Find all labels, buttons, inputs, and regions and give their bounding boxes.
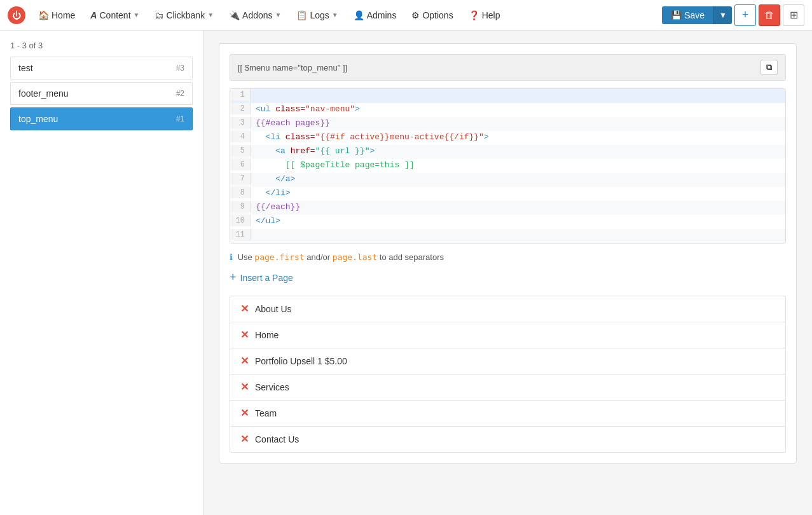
page-list-item: ✕ Team: [230, 400, 786, 426]
code-line: 11: [230, 229, 785, 243]
save-label: Save: [684, 10, 705, 20]
page-list: ✕ About Us ✕ Home ✕ Portfolio Upsell 1 $…: [230, 296, 786, 453]
nav-options[interactable]: ⚙ Options: [405, 6, 459, 24]
nav-logs[interactable]: 📋 Logs ▼: [290, 6, 344, 24]
info-suffix: to add separators: [380, 252, 444, 262]
nav-content-label: Content: [99, 10, 130, 20]
code-line: 1: [230, 89, 785, 103]
add-button[interactable]: +: [734, 4, 756, 26]
plus-icon: +: [230, 271, 237, 284]
logs-caret-icon: ▼: [332, 11, 338, 18]
nav-home-label: Home: [52, 10, 75, 20]
content-caret-icon: ▼: [134, 11, 140, 18]
info-code2: page.last: [333, 252, 377, 262]
line-number: 11: [230, 229, 251, 240]
info-prefix: Use: [238, 252, 255, 262]
line-content: </ul>: [251, 215, 785, 227]
admins-icon: 👤: [354, 10, 364, 20]
code-editor[interactable]: 1 2 <ul class="nav-menu"> 3 {{#each page…: [230, 88, 786, 244]
page-remove-button[interactable]: ✕: [240, 434, 249, 444]
delete-button[interactable]: 🗑: [759, 4, 780, 26]
nav-addons[interactable]: 🔌 Addons ▼: [223, 6, 287, 24]
line-content: </li>: [251, 187, 785, 199]
nav-clickbank[interactable]: 🗂 Clickbank ▼: [148, 6, 220, 24]
page-list-item: ✕ About Us: [230, 296, 786, 322]
menu-list: test #3 footer_menu #2 top_menu #1: [10, 57, 193, 130]
line-content: [251, 89, 785, 92]
save-button[interactable]: 💾 Save: [662, 6, 713, 24]
page-name: Services: [255, 382, 289, 392]
line-number: 2: [230, 103, 251, 114]
sidebar-item-test[interactable]: test #3: [10, 57, 193, 79]
shortcode-copy-button[interactable]: ⧉: [760, 60, 778, 75]
page-list-item: ✕ Portfolio Upsell 1 $5.00: [230, 348, 786, 374]
sidebar-item-badge: #3: [176, 64, 184, 72]
line-content: [[ $pageTitle page=this ]]: [251, 159, 785, 171]
nav-admins-label: Admins: [367, 10, 397, 20]
logs-icon: 📋: [296, 10, 307, 20]
insert-page-label: Insert a Page: [240, 273, 293, 283]
code-line: 10 </ul>: [230, 215, 785, 229]
top-nav: ⏻ 🏠 Home A Content ▼ 🗂 Clickbank ▼ 🔌 Add…: [0, 0, 812, 31]
line-number: 6: [230, 159, 251, 170]
sidebar-item-top_menu[interactable]: top_menu #1: [10, 107, 193, 130]
page-list-item: ✕ Home: [230, 322, 786, 348]
sidebar-item-label: test: [18, 63, 33, 73]
insert-page-button[interactable]: + Insert a Page: [230, 271, 786, 284]
sidebar-item-badge: #2: [176, 89, 184, 98]
code-line: 5 <a href="{{ url }}">: [230, 145, 785, 159]
line-content: [251, 229, 785, 231]
nav-clickbank-label: Clickbank: [166, 10, 205, 20]
info-text: ℹ Use page.first and/or page.last to add…: [230, 252, 786, 262]
nav-content[interactable]: A Content ▼: [84, 6, 146, 24]
page-remove-button[interactable]: ✕: [240, 408, 249, 418]
sidebar-item-badge: #1: [176, 114, 184, 123]
info-icon: ℹ: [230, 252, 233, 262]
sidebar-item-label: footer_menu: [18, 88, 69, 99]
page-list-item: ✕ Contact Us: [230, 426, 786, 453]
line-number: 8: [230, 187, 251, 198]
sidebar-item-footer_menu[interactable]: footer_menu #2: [10, 82, 193, 105]
line-content: <li class="{{#if active}}menu-active{{/i…: [251, 131, 785, 143]
shortcode-bar: [[ $menu name="top_menu" ]] ⧉: [230, 54, 786, 81]
page-list-item: ✕ Services: [230, 374, 786, 400]
sidebar-item-label: top_menu: [18, 114, 58, 124]
info-code1: page.first: [254, 252, 304, 262]
clickbank-icon: 🗂: [155, 10, 163, 20]
nav-home[interactable]: 🏠 Home: [32, 6, 81, 24]
page-remove-button[interactable]: ✕: [240, 356, 249, 366]
grid-button[interactable]: ⊞: [783, 4, 804, 26]
save-icon: 💾: [671, 10, 682, 20]
content-icon: A: [90, 10, 97, 20]
page-remove-button[interactable]: ✕: [240, 382, 249, 392]
save-dropdown-button[interactable]: ▼: [713, 6, 732, 24]
code-line: 2 <ul class="nav-menu">: [230, 103, 785, 117]
content-area: [[ $menu name="top_menu" ]] ⧉ 1 2 <ul cl…: [203, 31, 812, 515]
nav-help[interactable]: ❓ Help: [462, 6, 507, 24]
nav-right-actions: 💾 Save ▼ + 🗑 ⊞: [662, 4, 804, 26]
page-name: Home: [255, 330, 279, 340]
home-icon: 🏠: [38, 10, 49, 20]
save-group: 💾 Save ▼: [662, 6, 732, 24]
line-content: <a href="{{ url }}">: [251, 145, 785, 157]
addons-caret-icon: ▼: [275, 11, 282, 18]
line-number: 10: [230, 215, 251, 226]
nav-admins[interactable]: 👤 Admins: [347, 6, 403, 24]
main-layout: 1 - 3 of 3 test #3 footer_menu #2 top_me…: [0, 31, 812, 515]
nav-addons-label: Addons: [242, 10, 272, 20]
power-button[interactable]: ⏻: [8, 6, 25, 24]
sidebar-count: 1 - 3 of 3: [10, 41, 193, 50]
line-number: 5: [230, 145, 251, 156]
clickbank-caret-icon: ▼: [207, 11, 214, 18]
code-line: 6 [[ $pageTitle page=this ]]: [230, 159, 785, 173]
nav-options-label: Options: [422, 10, 453, 20]
shortcode-text: [[ $menu name="top_menu" ]]: [238, 63, 347, 72]
code-line: 3 {{#each pages}}: [230, 117, 785, 131]
copy-icon: ⧉: [766, 62, 772, 72]
nav-help-label: Help: [482, 10, 500, 20]
page-remove-button[interactable]: ✕: [240, 304, 249, 314]
page-remove-button[interactable]: ✕: [240, 330, 249, 340]
code-line: 7 </a>: [230, 173, 785, 187]
line-number: 9: [230, 201, 251, 212]
sidebar: 1 - 3 of 3 test #3 footer_menu #2 top_me…: [0, 31, 203, 515]
